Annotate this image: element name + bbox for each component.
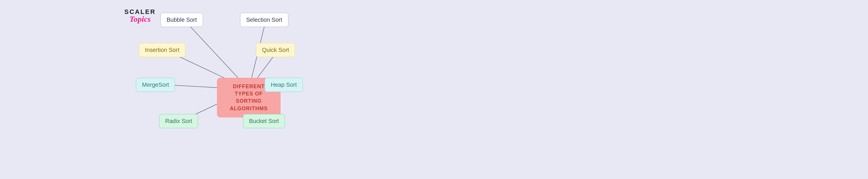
heap-sort-label: Heap Sort — [271, 81, 297, 88]
quick-sort-node: Quick Sort — [256, 43, 295, 57]
main-container: SCALER Topics DIFFERENT TYPES OFSORTING … — [0, 0, 868, 179]
bucket-sort-label: Bucket Sort — [249, 118, 279, 124]
merge-sort-node: MergeSort — [136, 78, 175, 92]
radix-sort-node: Radix Sort — [159, 114, 198, 128]
logo-scaler: SCALER — [124, 9, 156, 15]
merge-sort-label: MergeSort — [142, 81, 169, 88]
bucket-sort-node: Bucket Sort — [243, 114, 285, 128]
selection-sort-node: Selection Sort — [240, 13, 288, 27]
bubble-sort-label: Bubble Sort — [166, 17, 197, 23]
bubble-sort-node: Bubble Sort — [160, 13, 203, 27]
logo: SCALER Topics — [124, 9, 156, 23]
radix-sort-label: Radix Sort — [165, 118, 192, 124]
quick-sort-label: Quick Sort — [262, 47, 289, 53]
mind-map-lines — [0, 0, 868, 179]
insertion-sort-label: Insertion Sort — [145, 47, 179, 53]
selection-sort-label: Selection Sort — [246, 17, 282, 23]
insertion-sort-node: Insertion Sort — [139, 43, 185, 57]
logo-topics: Topics — [129, 15, 151, 23]
center-node-label: DIFFERENT TYPES OFSORTING ALGORITHMS — [230, 83, 268, 111]
heap-sort-node: Heap Sort — [265, 78, 303, 92]
